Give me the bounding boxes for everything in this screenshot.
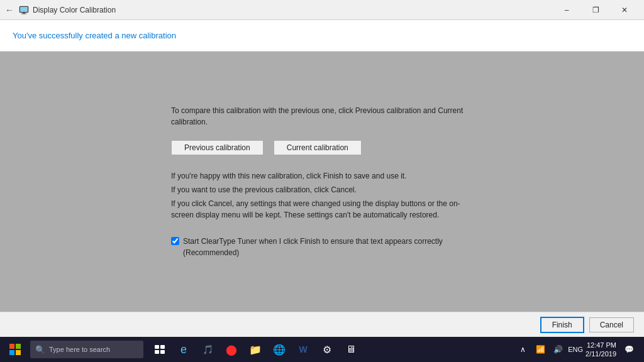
- svg-rect-8: [155, 345, 159, 349]
- content-box: To compare this calibration with the pre…: [171, 105, 473, 258]
- calibration-buttons: Previous calibration Current calibration: [171, 140, 473, 155]
- finish-button[interactable]: Finish: [540, 317, 584, 333]
- taskbar-app-icons: e 🎵 ⬤ 📁 🌐 W ⚙ 🖥: [148, 338, 362, 361]
- minimize-button[interactable]: –: [552, 0, 581, 20]
- edge-icon[interactable]: e: [172, 338, 195, 361]
- notification-button[interactable]: 💬: [621, 341, 636, 358]
- display-icon[interactable]: 🖥: [340, 338, 362, 361]
- svg-rect-3: [21, 13, 26, 14]
- network-icon[interactable]: 📶: [533, 341, 548, 358]
- previous-calibration-button[interactable]: Previous calibration: [171, 140, 264, 155]
- system-tray: ∧ 📶 🔊 ENG 12:47 PM 2/11/2019 💬: [515, 341, 641, 359]
- app-icon: [19, 5, 29, 15]
- info-line-2: If you want to use the previous calibrat…: [171, 184, 473, 195]
- compare-description: To compare this calibration with the pre…: [171, 105, 473, 128]
- word-icon[interactable]: W: [292, 338, 314, 361]
- settings-icon[interactable]: ⚙: [316, 338, 338, 361]
- search-input[interactable]: [49, 346, 131, 353]
- volume-icon[interactable]: 🔊: [550, 341, 565, 358]
- svg-rect-2: [23, 13, 25, 14]
- svg-rect-9: [160, 345, 165, 349]
- folder-icon[interactable]: 📁: [244, 338, 267, 361]
- window-title: Display Color Calibration: [33, 6, 552, 14]
- taskbar: 🔍 e 🎵 ⬤ 📁 🌐 W ⚙ 🖥 ∧ 📶 🔊 ENG 12:47 PM 2/1…: [0, 337, 644, 362]
- info-section: If you're happy with this new calibratio…: [171, 170, 473, 221]
- current-calibration-button[interactable]: Current calibration: [274, 140, 362, 155]
- clock[interactable]: 12:47 PM 2/11/2019: [586, 341, 616, 359]
- back-button[interactable]: ←: [5, 5, 14, 15]
- svg-rect-7: [16, 350, 21, 355]
- vlc-icon[interactable]: 🎵: [196, 338, 219, 361]
- title-bar: ← Display Color Calibration – ❐ ✕: [0, 0, 644, 20]
- cancel-button[interactable]: Cancel: [589, 317, 634, 332]
- chrome-icon[interactable]: 🌐: [268, 338, 291, 361]
- window-controls: – ❐ ✕: [552, 0, 639, 20]
- svg-rect-4: [9, 344, 14, 349]
- restore-button[interactable]: ❐: [581, 0, 610, 20]
- opera-icon[interactable]: ⬤: [220, 338, 243, 361]
- tray-expand[interactable]: ∧: [515, 341, 530, 358]
- main-content: To compare this calibration with the pre…: [0, 52, 644, 312]
- svg-rect-10: [155, 350, 159, 354]
- search-icon: 🔍: [35, 345, 45, 354]
- svg-rect-6: [9, 350, 14, 355]
- cleartype-label[interactable]: Start ClearType Tuner when I click Finis…: [183, 236, 473, 258]
- clock-time: 12:47 PM: [587, 341, 616, 349]
- cleartype-checkbox[interactable]: [171, 237, 179, 245]
- info-line-1: If you're happy with this new calibratio…: [171, 170, 473, 182]
- language-label[interactable]: ENG: [568, 341, 583, 358]
- info-line-3: If you click Cancel, any settings that w…: [171, 198, 473, 221]
- footer-bar: Finish Cancel: [0, 312, 644, 337]
- search-bar[interactable]: 🔍: [30, 341, 143, 358]
- svg-rect-1: [20, 7, 28, 12]
- svg-rect-11: [160, 350, 165, 354]
- start-button[interactable]: [3, 337, 28, 362]
- task-view-button[interactable]: [148, 338, 171, 361]
- cleartype-checkbox-row: Start ClearType Tuner when I click Finis…: [171, 236, 473, 258]
- success-message: You've successfully created a new calibr…: [13, 31, 176, 40]
- header-area: You've successfully created a new calibr…: [0, 20, 644, 52]
- close-button[interactable]: ✕: [610, 0, 639, 20]
- clock-date: 2/11/2019: [586, 349, 616, 358]
- svg-rect-5: [16, 344, 21, 349]
